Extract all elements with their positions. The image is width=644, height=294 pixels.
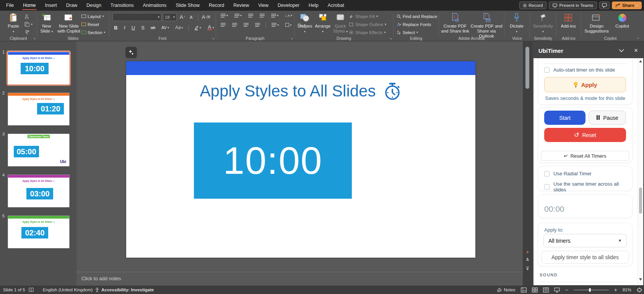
align-text-button[interactable]: ▾ [284,23,293,27]
pane-scrollbar[interactable] [637,58,643,285]
share-button[interactable]: Share ▾ [612,2,642,9]
numbering-button[interactable]: ▾ [233,13,243,18]
increase-indent-button[interactable] [258,13,266,18]
shape-fill-button[interactable]: Shape Fill▾ [349,13,390,20]
font-name-combo[interactable]: ▾ [112,13,161,21]
clear-formatting-button[interactable]: A⌫ [200,14,212,20]
same-timer-checkbox[interactable] [544,184,550,189]
accessibility-button[interactable]: Accessibility: Investigate [95,286,154,294]
bullets-button[interactable]: ▾ [219,13,229,18]
design-suggestions-button[interactable]: Design Suggestions [582,12,611,37]
tab-insert[interactable]: Insert [41,0,62,11]
change-case-button[interactable]: Aa▾ [174,24,185,31]
shapes-button[interactable]: Shapes▾ [296,12,314,37]
normal-view-button[interactable] [521,287,527,292]
scrollbar-thumb[interactable] [525,47,529,89]
copilot-button[interactable]: Copilot [611,12,633,37]
apply-timer-style-button[interactable]: Apply timer style to all slides [541,251,629,264]
scroll-up-arrow-icon[interactable] [639,60,642,62]
underline-button[interactable]: U [130,24,137,31]
zoom-in-button[interactable]: + [614,287,617,293]
select-button[interactable]: Select▾ [397,29,439,36]
justify-button[interactable] [254,23,262,27]
cut-button[interactable] [24,13,34,20]
slide-thumbnail-2[interactable]: Apply Styles to All Slides ◷ 01:20 [8,93,70,126]
create-pdf-outlook-button[interactable]: Create PDF and Share via Outlook [470,12,503,37]
notes-splitter[interactable] [76,272,523,272]
zoom-slider[interactable] [574,290,609,290]
section-button[interactable]: Section▾ [81,29,107,36]
tab-file[interactable]: File [2,0,18,11]
text-shadow-button[interactable]: S [140,24,146,31]
slide-thumbnail-1[interactable]: Apply Styles to All Slides ◷ 10:00 [8,52,70,85]
autostart-checkbox-row[interactable]: Auto-start timer on this slide [544,67,615,73]
replace-fonts-button[interactable]: Replace Fonts [397,21,439,28]
copy-button[interactable]: ▾ [24,21,34,28]
italic-button[interactable]: I [122,24,127,31]
collapse-ribbon-chevron-icon[interactable]: ⌄ [636,36,639,39]
designer-sparkle-button[interactable] [125,47,137,58]
dictate-button[interactable]: Dictate▾ [506,12,527,37]
start-button[interactable]: Start [544,111,585,125]
layout-button[interactable]: Layout▾ [81,13,107,20]
text-direction-button[interactable]: ↓A▾ [283,13,294,18]
new-slide-button[interactable]: New Slide ▾ [37,12,56,37]
notes-placeholder[interactable]: Click to add notes [81,276,121,281]
reading-view-button[interactable] [543,287,549,292]
new-slide-copilot-button[interactable]: New Slide with Copilot [56,12,81,37]
tab-transitions[interactable]: Transitions [106,0,138,11]
slideshow-view-button[interactable] [554,287,560,292]
autostart-checkbox[interactable] [544,67,550,73]
display-settings-button[interactable] [29,286,34,294]
scroll-down-arrow-icon[interactable]: ▼ [523,250,532,254]
radial-timer-checkbox[interactable] [544,171,550,176]
create-pdf-share-link-button[interactable]: Create PDF and Share link [440,12,470,37]
reset-button[interactable]: ↺ Reset [544,128,626,142]
next-slide-button[interactable]: ▁▼ [523,263,532,271]
addins-button[interactable]: Add-ins [558,12,579,37]
slide-timer-box[interactable]: 10:00 [194,122,352,199]
tab-design[interactable]: Design [82,0,106,11]
slide-counter[interactable]: Slide 1 of 5 [3,286,25,294]
find-replace-button[interactable]: Find and Replace [397,13,439,20]
reset-slide-button[interactable]: Reset [81,21,107,28]
tab-review[interactable]: Review [229,0,254,11]
notes-toggle-button[interactable]: Notes [497,286,516,294]
task-pane-collapse-chevron-icon[interactable] [619,49,624,52]
tab-draw[interactable]: Draw [62,0,82,11]
tab-record[interactable]: Record [204,0,229,11]
align-right-button[interactable] [242,23,250,27]
apply-to-select[interactable]: All timers ▼ [543,234,627,247]
pause-button[interactable]: Pause [589,111,626,125]
scroll-down-arrow-icon[interactable] [639,278,642,281]
language-button[interactable]: English (United Kingdom) [43,286,93,294]
format-painter-button[interactable] [24,29,34,36]
tab-acrobat[interactable]: Acrobat [323,0,349,11]
tab-slide-show[interactable]: Slide Show [171,0,204,11]
slide-thumbnail-4[interactable]: Apply Styles to All Slides ◷ 03:00 [8,175,70,207]
sensitivity-button[interactable]: Sensitivity▾ [532,12,555,37]
quick-styles-button[interactable]: Quick Styles ▾ [332,12,349,37]
radial-checkbox-row[interactable]: Use Radial Timer [544,171,592,176]
tab-help[interactable]: Help [304,0,323,11]
zoom-percentage[interactable]: 81% [623,287,631,292]
reset-all-timers-button[interactable]: ↵ Reset All Timers [541,151,629,161]
fit-to-window-button[interactable] [637,287,642,292]
character-spacing-button[interactable]: AV▾ [160,25,171,30]
feedback-button[interactable] [599,2,610,9]
font-size-combo[interactable]: 18▾ [163,13,177,21]
paste-button[interactable]: Paste▾ [2,12,24,37]
present-in-teams-button[interactable]: Present in Teams [549,2,597,9]
bold-button[interactable]: B [112,24,119,31]
align-left-button[interactable] [219,23,227,27]
pane-scrollbar-thumb[interactable] [639,188,642,214]
shape-outline-button[interactable]: Shape Outline▾ [349,21,390,28]
slide-canvas[interactable]: Apply Styles to All Slides 10:00 [126,61,475,258]
align-center-button[interactable] [231,23,239,27]
columns-button[interactable]: ▾ [270,23,280,27]
task-pane-close-icon[interactable]: × [634,47,638,54]
tab-developer[interactable]: Developer [273,0,304,11]
grow-font-button[interactable]: A^ [178,14,187,20]
zoom-out-button[interactable]: − [565,287,568,293]
record-button[interactable]: Record [519,2,546,9]
